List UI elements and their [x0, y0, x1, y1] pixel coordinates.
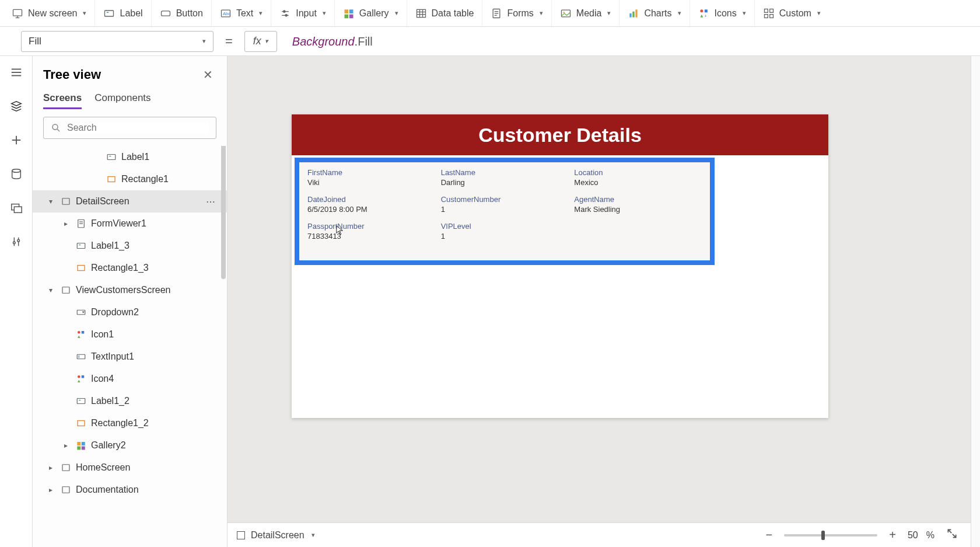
tree-item-label: Icon1	[91, 329, 114, 340]
tree-item-textinput1[interactable]: TextInput1	[33, 346, 227, 368]
tree-item-documentation[interactable]: ▸Documentation	[33, 479, 227, 501]
chevron-right-icon[interactable]: ▸	[61, 441, 71, 450]
form-viewer[interactable]: FirstNameVikiLastNameDarlingLocationMexi…	[295, 158, 715, 265]
chevron-down-icon: ▾	[743, 9, 746, 17]
label-button[interactable]: Label	[95, 0, 151, 26]
form-field: DateJoined6/5/2019 8:00 PM	[307, 195, 435, 218]
text-icon: Abc	[220, 8, 232, 19]
tree-item-label: Icon4	[91, 374, 114, 384]
svg-rect-49	[107, 155, 116, 160]
tab-screens[interactable]: Screens	[43, 92, 82, 109]
tree-item-viewcustomersscreen[interactable]: ▾ViewCustomersScreen	[33, 279, 227, 301]
svg-point-65	[78, 375, 80, 378]
input-button[interactable]: Input ▾	[271, 0, 335, 26]
chevron-down-icon[interactable]: ▾	[46, 286, 56, 294]
text-button[interactable]: Abc Text ▾	[212, 0, 271, 26]
zoom-percent: %	[926, 530, 935, 541]
tree-item-rectangle1-2[interactable]: Rectangle1_2	[33, 412, 227, 434]
zoom-in-button[interactable]: +	[886, 527, 900, 543]
chevron-down-icon: ▾	[395, 9, 398, 17]
tree-item-detailscreen[interactable]: ▾DetailScreen⋯	[33, 190, 227, 212]
form-field: LocationMexico	[574, 168, 702, 191]
svg-rect-34	[769, 9, 773, 12]
svg-point-61	[78, 331, 80, 334]
chevron-right-icon[interactable]: ▸	[46, 464, 56, 472]
input-icon	[279, 8, 291, 19]
svg-point-42	[12, 169, 20, 173]
tree-scrollbar[interactable]	[221, 146, 226, 536]
canvas-area[interactable]: Customer Details FirstNameVikiLastNameDa…	[228, 56, 971, 547]
data-icon[interactable]	[8, 166, 24, 182]
chevron-down-icon[interactable]: ▾	[46, 197, 56, 205]
screen-icon	[61, 285, 71, 295]
tree-item-rectangle1[interactable]: Rectangle1	[33, 168, 227, 190]
tree-view-icon[interactable]	[8, 98, 24, 114]
property-selector[interactable]: Fill ▾	[21, 31, 214, 52]
form-icon	[76, 218, 86, 229]
screen-icon	[61, 196, 71, 207]
tree-item-label: FormViewer1	[91, 218, 146, 229]
tree-item-label: Rectangle1_3	[91, 263, 149, 273]
svg-rect-59	[62, 287, 69, 294]
tree-item-gallery2[interactable]: ▸Gallery2	[33, 434, 227, 457]
chevron-right-icon[interactable]: ▸	[61, 220, 71, 228]
tab-components[interactable]: Components	[94, 92, 150, 109]
tree-item-rectangle1-3[interactable]: Rectangle1_3	[33, 257, 227, 279]
fx-button[interactable]: fx ▾	[244, 31, 277, 52]
custom-button[interactable]: Custom ▾	[755, 0, 829, 26]
svg-rect-58	[78, 266, 85, 271]
chevron-down-icon: ▾	[817, 9, 821, 17]
icons-button[interactable]: + Icons ▾	[690, 0, 755, 26]
chevron-down-icon: ▾	[83, 9, 86, 17]
search-input[interactable]	[67, 123, 209, 133]
tree-item-icon1[interactable]: Icon1	[33, 323, 227, 346]
media-button[interactable]: Media ▾	[552, 0, 620, 26]
tree-item-label1-3[interactable]: Label1_3	[33, 235, 227, 257]
media-rail-icon[interactable]	[8, 200, 24, 216]
svg-rect-14	[344, 14, 348, 18]
field-value: 1	[441, 205, 569, 214]
tree-item-label: Dropdown2	[91, 307, 139, 318]
formula-input[interactable]: Background.Fill	[285, 34, 373, 48]
tree-item-icon4[interactable]: Icon4	[33, 368, 227, 390]
fit-to-window-button[interactable]	[943, 527, 961, 543]
insert-icon[interactable]	[8, 132, 24, 148]
chevron-down-icon: ▾	[540, 9, 543, 17]
zoom-slider[interactable]	[784, 534, 877, 536]
svg-rect-12	[344, 9, 348, 13]
chevron-down-icon[interactable]: ▾	[312, 531, 315, 539]
svg-line-76	[948, 529, 951, 533]
form-field: FirstNameViki	[307, 168, 435, 191]
new-screen-button[interactable]: New screen ▾	[4, 0, 95, 26]
zoom-out-button[interactable]: −	[762, 527, 776, 543]
tree-item-formviewer1[interactable]: ▸FormViewer1	[33, 212, 227, 235]
hamburger-icon[interactable]	[8, 64, 24, 81]
tree-item-label1[interactable]: Label1	[33, 146, 227, 168]
app-canvas[interactable]: Customer Details FirstNameVikiLastNameDa…	[292, 114, 828, 418]
svg-line-48	[57, 129, 60, 131]
panel-close-button[interactable]: ✕	[200, 65, 216, 84]
gallery-button[interactable]: Gallery ▾	[335, 0, 407, 26]
svg-rect-70	[77, 442, 80, 445]
chevron-right-icon[interactable]: ▸	[46, 486, 56, 494]
screen-icon	[61, 462, 71, 473]
tree-item-label1-2[interactable]: Label1_2	[33, 390, 227, 412]
svg-rect-3	[105, 11, 114, 16]
svg-rect-74	[62, 465, 69, 471]
svg-rect-29	[636, 9, 638, 17]
button-text: Button	[176, 8, 203, 19]
tree-item-dropdown2[interactable]: Dropdown2	[33, 301, 227, 323]
svg-rect-13	[349, 9, 354, 13]
charts-button[interactable]: Charts ▾	[620, 0, 690, 26]
button-button[interactable]: Button	[152, 0, 212, 26]
forms-button[interactable]: Forms ▾	[482, 0, 551, 26]
field-value: 71833413	[307, 232, 435, 241]
properties-panel-collapsed[interactable]	[971, 56, 980, 547]
data-table-button[interactable]: Data table	[407, 0, 483, 26]
tools-icon[interactable]	[8, 234, 24, 250]
label-icon	[106, 152, 117, 162]
tree-item-homescreen[interactable]: ▸HomeScreen	[33, 457, 227, 479]
search-box[interactable]	[43, 117, 216, 139]
charts-text: Charts	[644, 8, 671, 19]
svg-rect-67	[77, 399, 85, 404]
